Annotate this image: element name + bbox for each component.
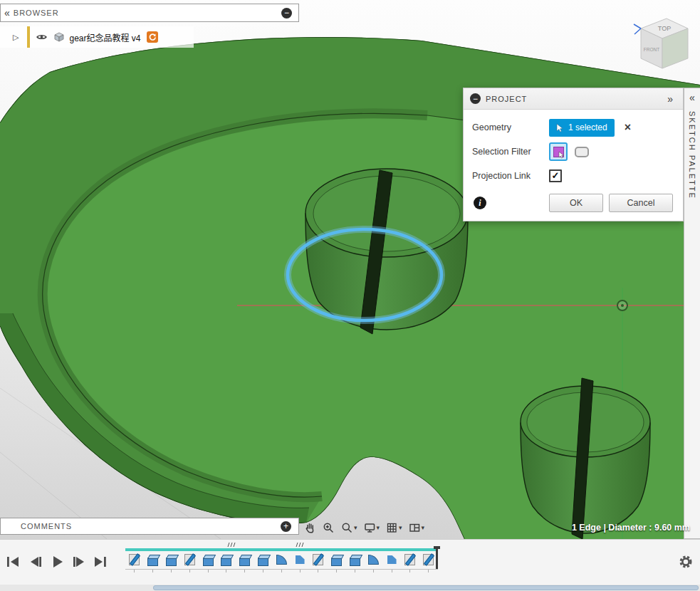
extrude-feature-icon [221,558,231,566]
ok-button[interactable]: OK [549,194,603,212]
geometry-selected-button[interactable]: 1 selected [549,119,615,137]
body-filter-icon [575,147,589,157]
step-forward-button[interactable] [73,557,85,567]
grid-settings-button[interactable]: ▾ [384,521,404,535]
projection-link-label: Projection Link [472,171,549,181]
visibility-eye-icon[interactable] [36,33,48,41]
timeline-item-sketch[interactable] [180,551,199,568]
dialog-title: PROJECT [486,95,664,103]
sketch-feature-icon [423,554,434,565]
timeline-item-extrude[interactable] [199,551,217,568]
fillet-feature-icon [276,555,287,565]
viewports-button[interactable]: ▾ [407,521,427,535]
extrude-feature-icon [258,558,268,566]
add-comment-button[interactable]: + [281,521,291,532]
viewcube-top-label: TOP [658,25,671,32]
axis-triad-icon [634,24,641,34]
timeline-tick [364,570,382,572]
timeline-items [125,551,438,568]
projection-link-checkbox[interactable]: ✓ [549,169,562,182]
geometry-row: Geometry 1 selected × [472,115,674,140]
play-button[interactable] [51,556,63,568]
sketch-feature-icon [313,554,323,565]
browser-tree-item[interactable]: ▷ gear纪念品教程 v4 [0,26,194,48]
go-to-start-button[interactable] [7,557,20,567]
comments-title: COMMENTS [21,522,281,530]
component-name[interactable]: gear纪念品教程 v4 [69,31,140,43]
timeline-item-sketch[interactable] [401,551,419,568]
timeline-item-sketch[interactable] [309,551,328,568]
sketch-feature-icon [129,554,140,565]
filter-bodies-button[interactable] [573,142,591,161]
expand-arrow-icon[interactable]: ▷ [13,33,19,42]
go-to-end-button[interactable] [95,557,108,567]
timeline-tick [328,570,346,572]
expand-palette-icon[interactable]: « [686,93,699,103]
expand-right-icon[interactable]: » [664,94,677,104]
timeline-settings-button[interactable] [679,555,693,572]
model-viewport[interactable]: TOP FRONT « BROWSER − ▷ gear纪念品教程 v4 [0,0,700,539]
timeline-tick [346,570,365,572]
group-marker-icon [226,542,236,548]
timeline-ruler [125,569,438,572]
pan-hand-icon [304,522,316,534]
dialog-collapse-button[interactable]: − [470,93,481,104]
collapse-left-icon[interactable]: « [1,8,14,18]
gear-icon [679,555,693,569]
timeline-item-extrude[interactable] [236,551,254,568]
timeline-scrubber[interactable] [436,546,438,569]
view-cube[interactable]: TOP FRONT [631,9,691,74]
browser-panel-header: « BROWSER − [0,4,299,22]
viewports-icon [409,522,421,534]
active-indicator-bar [27,26,30,48]
group-marker-icon [295,542,305,548]
timeline-tick [254,570,273,572]
clear-selection-button[interactable]: × [625,122,631,133]
zoom-plus-icon [323,522,335,534]
timeline-item-chamfer[interactable] [291,551,309,568]
timeline-tick [382,570,401,572]
info-button[interactable]: i [474,197,486,209]
cursor-arrow-icon [556,123,564,132]
sketch-feature-icon [184,554,195,565]
monitor-icon [364,522,376,534]
timeline-tick [236,570,254,572]
sketch-palette-tab[interactable]: « SKETCH PALETTE [684,88,700,539]
timeline-item-fillet[interactable] [364,551,382,568]
filter-faces-button[interactable] [549,142,568,161]
horizontal-scrollbar-thumb[interactable] [153,585,699,590]
timeline-item-chamfer[interactable] [382,551,401,568]
timeline-item-extrude[interactable] [328,551,346,568]
timeline-item-extrude[interactable] [254,551,273,568]
timeline-item-sketch[interactable] [419,551,438,568]
browser-collapse-button[interactable]: − [281,8,292,19]
projection-link-row: Projection Link ✓ [472,164,674,188]
model-canvas[interactable] [0,0,700,539]
step-back-button[interactable] [29,557,42,567]
project-dialog-header[interactable]: − PROJECT » [464,88,683,110]
caret-down-icon: ▾ [354,524,357,531]
timeline-tick [199,570,217,572]
timeline-item-extrude[interactable] [346,551,365,568]
timeline-item-sketch[interactable] [125,551,144,568]
caret-down-icon: ▾ [377,524,380,531]
project-dialog: − PROJECT » Geometry 1 selected × Select… [463,88,684,221]
timeline-item-extrude[interactable] [162,551,181,568]
comments-panel-header: COMMENTS + [0,518,299,535]
timeline-tick [162,570,181,572]
cancel-button[interactable]: Cancel [609,194,673,212]
display-settings-button[interactable]: ▾ [362,521,382,535]
geometry-selected-count: 1 selected [568,122,607,132]
extrude-feature-icon [166,558,177,566]
zoom-button[interactable]: ▾ [339,521,360,535]
zoom-window-button[interactable] [320,521,337,535]
horizontal-scrollbar-track[interactable] [0,585,700,591]
timeline-item-extrude[interactable] [217,551,236,568]
timeline-tick [272,570,291,572]
caret-down-icon: ▾ [422,524,425,531]
timeline-tick [125,570,144,572]
pan-button[interactable] [302,521,318,535]
timeline-item-extrude[interactable] [144,551,162,568]
boss-cylinder-1 [305,169,468,334]
timeline-item-fillet[interactable] [272,551,291,568]
